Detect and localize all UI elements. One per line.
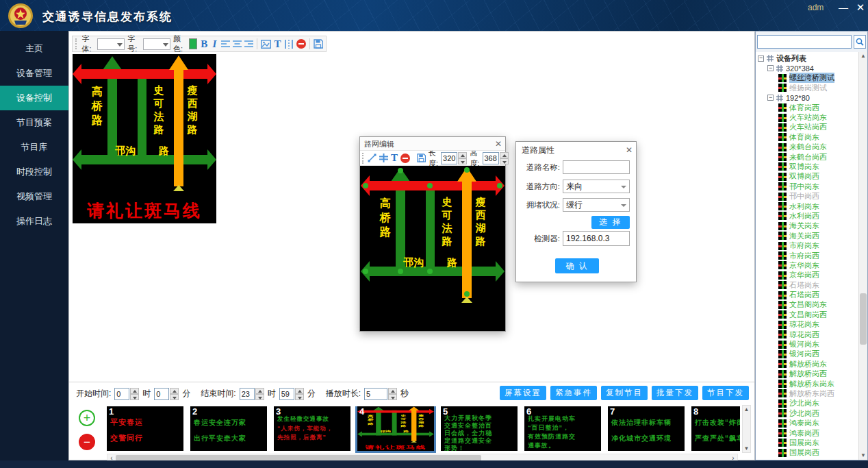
tree-device-item[interactable]: 火车站岗东 — [758, 112, 860, 122]
color-swatch[interactable] — [189, 38, 198, 49]
scroll-down-icon[interactable]: ▼ — [743, 445, 750, 452]
delete-icon[interactable] — [296, 38, 306, 50]
tree-device-item[interactable]: 邗中岗西 — [758, 191, 860, 201]
collapse-icon[interactable] — [767, 95, 774, 101]
tree-device-item[interactable]: 解放桥岗西 — [758, 369, 860, 379]
tree-device-item[interactable]: 双博岗西 — [758, 172, 860, 182]
tree-device-item[interactable]: 银河岗西 — [758, 349, 860, 359]
sidebar-item[interactable]: 操作日志 — [0, 209, 68, 234]
sidebar-item[interactable]: 时段控制 — [0, 160, 68, 184]
action-button[interactable]: 紧急事件 — [550, 386, 597, 400]
font-family-select[interactable] — [97, 38, 125, 50]
align-right-icon[interactable] — [244, 38, 253, 50]
start-minute-value[interactable]: 0 — [154, 388, 169, 400]
detector-input[interactable]: 192.168.0.3 — [563, 231, 630, 246]
tree-device-item[interactable]: 解放桥东岗西 — [758, 389, 860, 398]
tree-device-item[interactable]: 京华岗东 — [758, 260, 860, 270]
spinner-arrows[interactable] — [500, 152, 509, 164]
duration-spinner[interactable]: 5 — [364, 388, 397, 400]
tree-device-item[interactable]: 体育岗西 — [758, 103, 860, 112]
playlist-thumb[interactable]: 4高桥路史可法路瘦西湖路邗沟路请礼让斑马线 — [357, 406, 434, 451]
tree-group[interactable]: 192*80 — [758, 93, 860, 103]
start-hour-spinner[interactable]: 0 — [114, 388, 139, 400]
sidebar-item[interactable]: 视频管理 — [0, 184, 68, 209]
tree-device-item[interactable]: 维扬岗测试 — [758, 83, 860, 93]
end-minute-value[interactable]: 59 — [279, 388, 294, 400]
bold-button[interactable]: B — [200, 38, 207, 50]
tree-device-item[interactable]: 国展岗西 — [758, 448, 860, 458]
text-tool-button[interactable]: T — [391, 152, 398, 164]
spinner-arrows[interactable] — [388, 388, 397, 400]
search-input[interactable] — [757, 35, 852, 49]
sidebar-item[interactable]: 主页 — [0, 36, 68, 61]
road-network-icon[interactable] — [284, 38, 294, 50]
device-tree-scrollbar[interactable]: ▲ ▼ — [858, 52, 867, 460]
delete-icon[interactable] — [400, 152, 410, 164]
tree-device-item[interactable]: 文昌阁岗东 — [758, 300, 860, 310]
duration-value[interactable]: 5 — [364, 388, 387, 400]
tree-device-item[interactable]: 双博岗东 — [758, 162, 860, 171]
tree-device-item[interactable]: 解放桥东岗东 — [758, 379, 860, 389]
close-icon[interactable]: ✕ — [626, 142, 633, 158]
tree-device-item[interactable]: 银河岗东 — [758, 339, 860, 349]
end-minute-spinner[interactable]: 59 — [279, 388, 304, 400]
search-button[interactable] — [854, 35, 866, 49]
tree-root[interactable]: 设备列表 — [758, 53, 860, 63]
tree-device-item[interactable]: 海关岗西 — [758, 231, 860, 241]
tree-device-item[interactable]: 文昌阁岗西 — [758, 310, 860, 319]
congestion-select[interactable]: 缓行 — [563, 198, 630, 212]
collapse-icon[interactable] — [767, 65, 774, 71]
action-button[interactable]: 节目下发 — [702, 386, 749, 400]
start-hour-value[interactable]: 0 — [114, 388, 129, 400]
align-center-icon[interactable] — [233, 38, 242, 50]
tree-group[interactable]: 320*384 — [758, 63, 860, 73]
playlist-vertical-scrollbar[interactable]: ▲ ▼ — [742, 405, 751, 453]
tree-device-item[interactable]: 来鹤台岗东 — [758, 143, 860, 152]
tree-device-item[interactable]: 石塔岗东 — [758, 280, 860, 290]
close-button[interactable]: ✕ — [854, 1, 867, 14]
playlist-thumb[interactable]: 2春运安全连万家出行平安牵大家 — [190, 406, 267, 451]
tree-device-item[interactable]: 解放桥岗东 — [758, 359, 860, 369]
align-left-icon[interactable] — [221, 38, 230, 50]
crossroad-icon[interactable] — [379, 152, 388, 164]
end-hour-spinner[interactable]: 23 — [240, 388, 264, 400]
tree-device-item[interactable]: 海关岗东 — [758, 221, 860, 231]
sidebar-item[interactable]: 设备管理 — [0, 61, 68, 86]
tree-device-item[interactable]: 市府岗东 — [758, 241, 860, 250]
length-value[interactable]: 320 — [441, 152, 457, 164]
tree-device-item[interactable]: 火车站岗西 — [758, 123, 860, 132]
italic-button[interactable]: I — [211, 38, 218, 50]
sidebar-item[interactable]: 节目预案 — [0, 110, 68, 135]
scrollbar-thumb[interactable] — [860, 293, 867, 345]
end-hour-value[interactable]: 23 — [240, 388, 255, 400]
text-tool-button[interactable]: T — [274, 38, 281, 50]
playlist-thumb[interactable]: 7依法治理非标车辆净化城市交通环境 — [608, 406, 685, 451]
spinner-arrows[interactable] — [295, 388, 304, 400]
tree-device-item[interactable]: 鸿泰岗西 — [758, 428, 860, 438]
tree-device-item[interactable]: 琼花岗西 — [758, 330, 860, 339]
spinner-arrows[interactable] — [458, 152, 467, 164]
playlist-thumb[interactable]: 8打击改装“炸街”严查严处“飙车” — [691, 406, 740, 451]
action-button[interactable]: 批量下发 — [652, 386, 698, 400]
close-icon[interactable]: ✕ — [495, 137, 502, 151]
tree-device-item[interactable]: 螺丝湾桥测试 — [758, 73, 860, 83]
tree-device-item[interactable]: 水利岗西 — [758, 211, 860, 221]
tree-device-item[interactable]: 京华岗西 — [758, 271, 860, 280]
playlist-thumb[interactable]: 3发生轻微交通事故“人未伤，车能动，先拍照，后撤离” — [274, 406, 350, 451]
playlist-thumb[interactable]: 5大力开展秋冬季交通安全整治百日会战，全力稳定道路交通安全形势！ — [441, 406, 518, 451]
add-program-button[interactable]: + — [79, 410, 95, 426]
spinner-arrows[interactable] — [130, 388, 139, 400]
tree-device-item[interactable]: 沙北岗东 — [758, 399, 860, 408]
scroll-down-icon[interactable]: ▼ — [859, 452, 867, 460]
road-direction-select[interactable]: 来向 — [563, 180, 630, 193]
start-minute-spinner[interactable]: 0 — [154, 388, 179, 400]
tree-device-item[interactable]: 来鹤台岗西 — [758, 152, 860, 162]
insert-image-icon[interactable] — [261, 38, 271, 50]
spinner-arrows[interactable] — [170, 388, 179, 400]
tree-device-item[interactable]: 邗中岗东 — [758, 182, 860, 191]
draw-line-icon[interactable] — [368, 152, 376, 164]
length-spinner[interactable]: 320 — [441, 152, 467, 164]
sidebar-item[interactable]: 节目库 — [0, 135, 68, 160]
net-edit-canvas[interactable]: 高桥路史可法路瘦西湖路邗沟路 — [360, 166, 505, 331]
action-button[interactable]: 屏幕设置 — [500, 386, 546, 400]
